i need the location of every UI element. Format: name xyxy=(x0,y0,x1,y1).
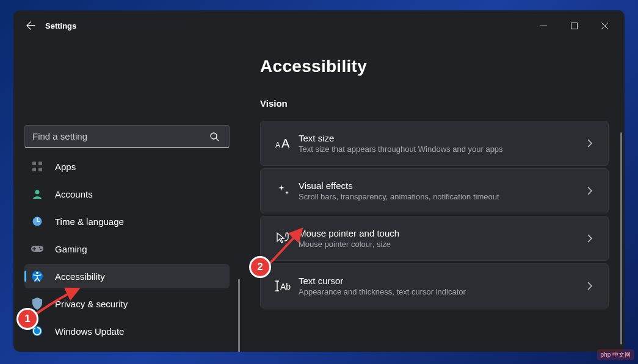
card-title: Text size xyxy=(299,133,582,143)
accounts-icon xyxy=(31,187,44,201)
nav-label: Apps xyxy=(55,162,76,172)
page-title: Accessibility xyxy=(260,57,609,76)
update-icon xyxy=(31,324,44,338)
close-icon xyxy=(601,23,608,29)
minimize-button[interactable] xyxy=(528,15,559,37)
card-text-cursor[interactable]: Ab Text cursor Appearance and thickness,… xyxy=(260,263,609,309)
search-button[interactable] xyxy=(200,126,229,147)
sidebar-item-privacy[interactable]: Privacy & security xyxy=(24,291,230,316)
pointer-icon xyxy=(269,232,299,245)
svg-rect-1 xyxy=(571,23,577,29)
svg-rect-4 xyxy=(32,162,36,165)
sidebar-item-accessibility[interactable]: Accessibility xyxy=(24,264,230,288)
nav-label: Windows Update xyxy=(55,326,124,337)
nav-label: Accessibility xyxy=(55,271,105,282)
card-subtitle: Appearance and thickness, text cursor in… xyxy=(299,287,582,296)
card-subtitle: Text size that appears throughout Window… xyxy=(299,145,582,154)
svg-point-12 xyxy=(40,249,42,251)
svg-text:Ab: Ab xyxy=(280,282,291,291)
svg-rect-7 xyxy=(38,168,42,171)
sidebar-item-accounts[interactable]: Accounts xyxy=(24,182,230,206)
accessibility-icon xyxy=(31,269,44,283)
window-title: Settings xyxy=(45,21,528,30)
back-button[interactable] xyxy=(18,13,43,38)
svg-text:A: A xyxy=(275,141,280,149)
sidebar-item-apps[interactable]: Apps xyxy=(24,154,230,179)
card-title: Text cursor xyxy=(299,276,582,286)
nav-label: Time & language xyxy=(55,216,124,227)
sidebar-item-time[interactable]: Time & language xyxy=(24,209,230,234)
search-icon xyxy=(209,132,219,141)
card-text-size[interactable]: AA Text size Text size that appears thro… xyxy=(260,121,609,166)
section-header: Vision xyxy=(260,98,609,109)
close-button[interactable] xyxy=(589,15,620,37)
text-size-icon: AA xyxy=(269,137,299,150)
chevron-right-icon xyxy=(582,234,597,243)
chevron-right-icon xyxy=(582,282,597,290)
svg-point-14 xyxy=(36,272,38,274)
nav-list: Apps Accounts Time & language xyxy=(24,154,230,343)
sidebar-scrollbar[interactable] xyxy=(238,279,240,352)
svg-point-2 xyxy=(211,133,217,139)
chevron-right-icon xyxy=(582,139,597,148)
gaming-icon xyxy=(31,242,44,255)
card-title: Mouse pointer and touch xyxy=(299,228,582,238)
window-controls xyxy=(528,15,620,37)
watermark: php 中文网 xyxy=(597,349,634,360)
titlebar: Settings xyxy=(13,10,625,41)
arrow-left-icon xyxy=(26,21,35,30)
apps-icon xyxy=(31,160,44,173)
content-scrollbar[interactable] xyxy=(620,132,622,344)
shield-icon xyxy=(31,297,44,310)
maximize-button[interactable] xyxy=(559,15,589,37)
card-title: Visual effects xyxy=(299,180,582,191)
nav-label: Gaming xyxy=(55,244,87,254)
card-visual-effects[interactable]: Visual effects Scroll bars, transparency… xyxy=(260,168,609,213)
sparkle-icon xyxy=(269,184,299,198)
content-area: Accessibility Vision AA Text size Text s… xyxy=(241,41,625,352)
svg-rect-5 xyxy=(38,162,42,165)
search-box[interactable] xyxy=(24,125,230,148)
sidebar-item-gaming[interactable]: Gaming xyxy=(24,237,230,261)
sidebar-item-update[interactable]: Windows Update xyxy=(24,319,230,343)
svg-text:A: A xyxy=(281,137,290,150)
svg-rect-6 xyxy=(32,168,36,171)
card-subtitle: Mouse pointer colour, size xyxy=(299,240,582,249)
chevron-right-icon xyxy=(582,187,597,195)
sidebar: Apps Accounts Time & language xyxy=(13,41,241,352)
clock-icon xyxy=(31,215,44,228)
text-cursor-icon: Ab xyxy=(269,280,299,292)
maximize-icon xyxy=(571,23,578,29)
card-subtitle: Scroll bars, transparency, animations, n… xyxy=(299,192,582,201)
svg-point-8 xyxy=(35,190,40,194)
settings-window: Settings xyxy=(13,10,625,352)
svg-line-3 xyxy=(216,138,219,141)
minimize-icon xyxy=(540,23,547,29)
cards-list: AA Text size Text size that appears thro… xyxy=(260,121,609,309)
nav-label: Accounts xyxy=(55,189,93,199)
svg-point-11 xyxy=(39,247,41,249)
nav-label: Privacy & security xyxy=(55,299,128,309)
search-input[interactable] xyxy=(25,131,200,141)
card-mouse-pointer[interactable]: Mouse pointer and touch Mouse pointer co… xyxy=(260,216,609,261)
